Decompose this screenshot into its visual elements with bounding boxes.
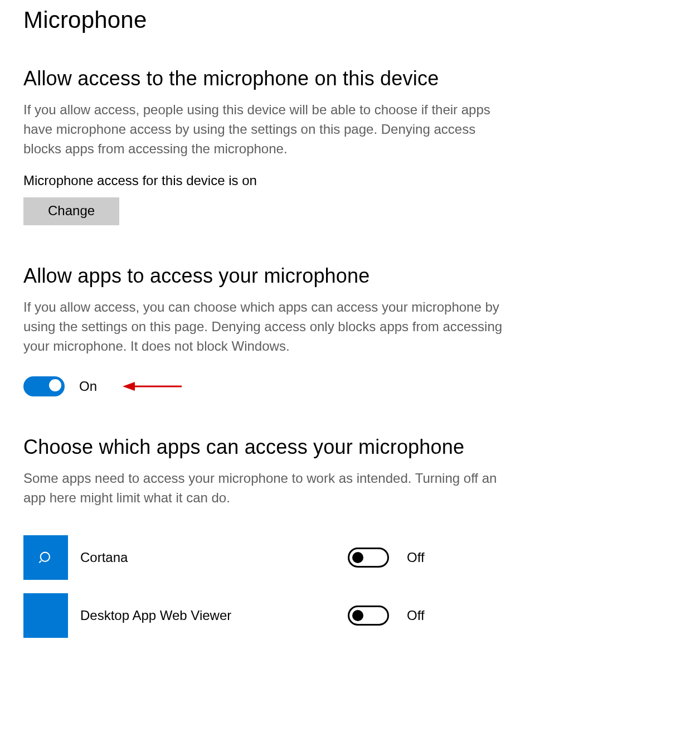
toggle-knob: [352, 552, 363, 563]
page-title: Microphone: [23, 7, 677, 33]
allow-apps-toggle[interactable]: [23, 376, 65, 396]
app-name-label: Desktop App Web Viewer: [80, 608, 348, 623]
app-list: Cortana Off Desktop App Web Viewer Off: [23, 535, 677, 638]
choose-apps-heading: Choose which apps can access your microp…: [23, 435, 677, 459]
change-button[interactable]: Change: [23, 197, 119, 225]
section-choose-apps: Choose which apps can access your microp…: [23, 435, 677, 638]
allow-apps-heading: Allow apps to access your microphone: [23, 264, 677, 288]
cortana-icon: [23, 535, 68, 580]
cortana-toggle[interactable]: [348, 548, 389, 568]
device-access-description: If you allow access, people using this d…: [23, 100, 508, 158]
toggle-knob: [49, 379, 61, 391]
app-row-cortana: Cortana Off: [23, 535, 677, 580]
annotation-arrow-icon: [121, 379, 183, 394]
cortana-toggle-label: Off: [407, 550, 425, 565]
svg-marker-1: [123, 382, 135, 391]
allow-apps-toggle-row: On: [23, 376, 677, 396]
toggle-knob: [352, 610, 363, 621]
section-device-access: Allow access to the microphone on this d…: [23, 67, 677, 225]
section-allow-apps: Allow apps to access your microphone If …: [23, 264, 677, 396]
device-access-heading: Allow access to the microphone on this d…: [23, 67, 677, 90]
app-row-desktop-app-web-viewer: Desktop App Web Viewer Off: [23, 593, 677, 638]
device-access-status: Microphone access for this device is on: [23, 173, 677, 188]
desktop-app-web-viewer-toggle[interactable]: [348, 605, 389, 626]
desktop-app-web-viewer-icon: [23, 593, 68, 638]
svg-point-2: [41, 553, 50, 561]
allow-apps-toggle-label: On: [79, 379, 97, 394]
allow-apps-description: If you allow access, you can choose whic…: [23, 298, 508, 356]
choose-apps-description: Some apps need to access your microphone…: [23, 469, 508, 508]
desktop-app-web-viewer-toggle-label: Off: [407, 608, 425, 623]
app-name-label: Cortana: [80, 550, 348, 565]
svg-line-3: [39, 561, 41, 563]
